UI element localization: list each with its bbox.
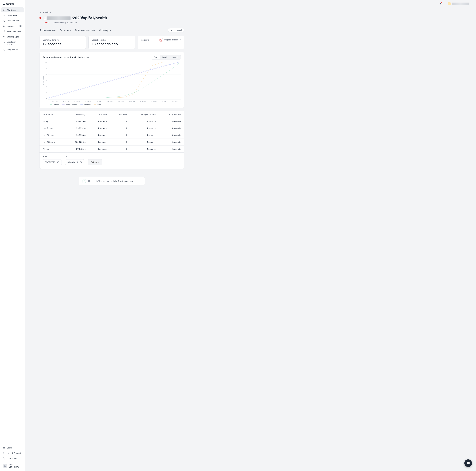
x-tick: 03:32pm — [115, 101, 126, 102]
stat-down-for: Currently down for 12 seconds — [39, 36, 86, 49]
stat-cards: Currently down for 12 seconds Last check… — [39, 36, 184, 49]
cell: 4 seconds — [89, 139, 110, 146]
y-tick: 30k — [45, 62, 47, 64]
x-tick: 03:31pm — [72, 101, 83, 102]
cell: Today — [39, 118, 66, 125]
date-range-row: From 30/09/2023 To 30/09/2023 Calculate — [39, 152, 184, 168]
availability-table-card: Time periodAvailabilityDowntimeIncidents… — [39, 111, 184, 169]
x-tick: 03:33pm — [137, 101, 148, 102]
cell: 4 seconds — [89, 118, 110, 125]
calendar-icon — [57, 161, 59, 163]
breadcrumb-back[interactable]: Monitors — [39, 11, 184, 13]
cell: 100.0000% — [66, 139, 89, 146]
no-one-on-call-button[interactable]: No one on-call — [168, 28, 184, 32]
chevron-left-icon — [39, 11, 42, 13]
svg-rect-12 — [80, 162, 81, 163]
brand[interactable]: Uptime — [1, 1, 24, 7]
cell: Last 365 days — [39, 139, 66, 146]
send-test-alert-button[interactable]: Send test alert — [39, 29, 56, 32]
cell: 1 — [110, 125, 130, 132]
x-tick: 03:32pm — [126, 101, 137, 102]
main: Monitors 1:2020/api/v1/health Down · Che… — [25, 0, 198, 192]
cell: 4 seconds — [159, 146, 184, 152]
table-row: All time97.6421%4 seconds14 seconds4 sec… — [39, 146, 184, 152]
svg-rect-11 — [57, 162, 59, 163]
shield-icon — [160, 39, 162, 41]
legend-swatch — [80, 104, 83, 105]
to-date-input[interactable]: 30/09/2023 — [65, 159, 84, 165]
incidents-button[interactable]: Incidents — [59, 29, 71, 32]
chart-tab-month[interactable]: Month — [170, 55, 181, 59]
cell: 4 seconds — [130, 146, 159, 152]
chart-tab-week[interactable]: Week — [160, 55, 170, 59]
col-header: Availability — [66, 111, 89, 118]
monitor-title: 1:2020/api/v1/health — [44, 16, 107, 20]
cell: 4 seconds — [130, 139, 159, 146]
globe-icon — [3, 9, 5, 11]
sidebar-item-integrations[interactable]: Integrations — [1, 47, 24, 52]
legend-swatch — [50, 104, 52, 105]
calculate-button[interactable]: Calculate — [88, 159, 102, 165]
from-date-input[interactable]: 30/09/2023 — [43, 159, 62, 165]
cell: All time — [39, 146, 66, 152]
legend-swatch — [62, 104, 65, 105]
chevron-down-icon — [471, 3, 472, 5]
list-icon — [3, 42, 5, 44]
y-tick: 10k — [45, 86, 47, 87]
pause-monitor-button[interactable]: Pause this monitor — [75, 29, 95, 32]
notification-dot — [441, 2, 442, 3]
status-dot — [39, 17, 41, 19]
sidebar-item-label: Integrations — [7, 49, 18, 51]
legend-item[interactable]: Asia — [94, 104, 101, 106]
cell: Last 30 days — [39, 132, 66, 139]
user-name-redacted — [452, 3, 469, 5]
chevron-down-icon[interactable] — [16, 3, 18, 5]
svg-point-10 — [99, 30, 100, 31]
actions-row: Send test alert Incidents Pause this mon… — [39, 28, 184, 33]
check-interval: Checked every 30 seconds — [52, 21, 77, 24]
chart-legend: EuropeNorth AmericaAustraliaAsia — [50, 104, 181, 106]
legend-swatch — [94, 104, 96, 105]
stat-incidents: Incidents 1 Ongoing incident — [137, 36, 184, 49]
legend-item[interactable]: Australia — [80, 104, 91, 106]
sidebar-item-team-members[interactable]: Team members — [1, 29, 24, 34]
svg-point-4 — [3, 49, 5, 50]
table-body: Today99.9915%4 seconds14 seconds4 second… — [39, 118, 184, 152]
cell: 4 seconds — [159, 125, 184, 132]
sidebar-item-heartbeats[interactable]: Heartbeats — [1, 13, 24, 18]
chart-plot[interactable] — [48, 62, 181, 100]
ongoing-incident-link[interactable]: Ongoing incident — [159, 38, 182, 42]
sidebar-item-escalation-policies[interactable]: Escalation policies — [1, 39, 24, 47]
sidebar-item-status-pages[interactable]: Status pages — [1, 34, 24, 39]
sidebar-item-label: Status pages — [7, 35, 19, 38]
col-header: Incidents — [110, 111, 130, 118]
sidebar-item-label: Heartbeats — [7, 14, 17, 17]
phone-icon — [3, 19, 5, 22]
y-ticks: 30k25k20k15k10k5k0 — [45, 62, 48, 100]
cell: 97.6421% — [66, 146, 89, 152]
sidebar-item-monitors[interactable]: Monitors — [1, 7, 24, 12]
cell: 99.9915% — [66, 118, 89, 125]
legend-item[interactable]: North America — [62, 104, 77, 106]
x-tick: 03:33pm — [159, 101, 170, 102]
cell: 1 — [110, 118, 130, 125]
user-menu[interactable] — [448, 2, 472, 5]
from-label: From — [43, 155, 62, 158]
help-email-link[interactable]: hello@betterstack.com — [113, 180, 134, 182]
sidebar-item-incidents[interactable]: Incidents1 — [1, 23, 24, 29]
sidebar-item-label: Monitors — [7, 9, 16, 11]
cell: 1 — [110, 139, 130, 146]
x-tick: 03:34pm — [170, 101, 181, 102]
cell: Last 7 days — [39, 125, 66, 132]
y-tick: 20k — [45, 74, 47, 75]
col-header: Longest incident — [130, 111, 159, 118]
notifications-button[interactable] — [439, 2, 442, 5]
sidebar-item-label: Who's on-call? — [7, 19, 20, 22]
configure-button[interactable]: Configure — [99, 29, 111, 32]
legend-item[interactable]: Europe — [50, 104, 59, 106]
sidebar-item-who-s-on-call-[interactable]: Who's on-call? — [1, 18, 24, 23]
availability-table: Time periodAvailabilityDowntimeIncidents… — [39, 111, 184, 152]
chart-tab-day[interactable]: Day — [151, 55, 160, 59]
sidebar-item-label: Escalation policies — [7, 41, 22, 46]
breadcrumb-label: Monitors — [43, 11, 51, 13]
